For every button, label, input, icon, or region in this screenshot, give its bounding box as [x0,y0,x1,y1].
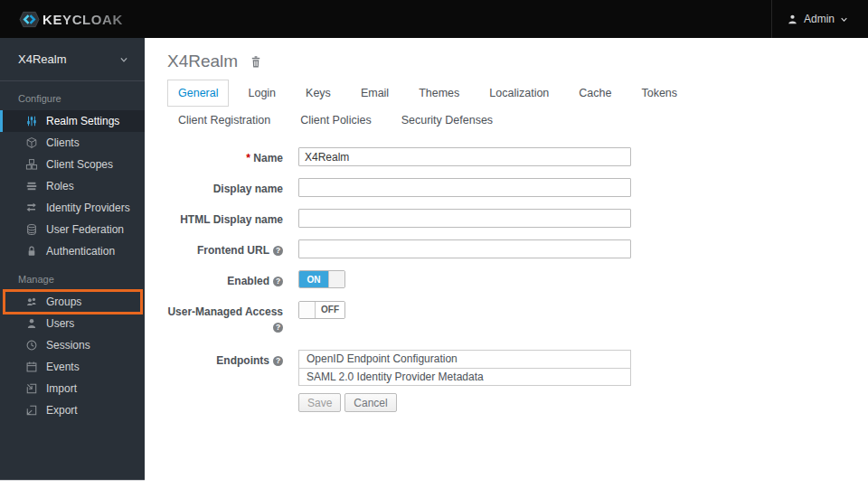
toggle-on-label: ON [299,271,328,287]
sidebar-item-authentication[interactable]: Authentication [0,240,145,262]
users-icon [24,296,38,309]
realm-selector[interactable]: X4Realm [0,38,145,81]
cubes-icon [24,158,38,172]
lock-icon [24,245,38,258]
general-settings-form: Name Display name HTML Display name Fron… [167,147,868,412]
sidebar-item-realm-settings[interactable]: Realm Settings [0,110,145,132]
tab-client-registration[interactable]: Client Registration [167,107,281,134]
sidebar-item-label: Roles [46,180,74,192]
tab-email[interactable]: Email [350,80,400,107]
import-icon [24,382,38,396]
sidebar-item-label: Groups [46,296,81,308]
keycloak-hexagon-icon [19,9,40,30]
tab-general[interactable]: General [167,80,229,107]
section-title-manage: Manage [0,262,145,291]
help-icon[interactable] [273,356,283,366]
tab-keys[interactable]: Keys [295,80,342,107]
export-icon [24,404,38,418]
sidebar-item-label: Identity Providers [46,202,130,214]
sidebar-item-label: Export [46,404,78,417]
realm-tabs: General Login Keys Email Themes Localiza… [167,80,771,134]
toggle-handle [328,271,344,287]
tab-themes[interactable]: Themes [408,80,470,107]
tab-cache[interactable]: Cache [568,80,622,107]
tab-tokens[interactable]: Tokens [630,80,688,107]
user-managed-access-label: User-Managed Access [167,301,283,335]
realm-selector-label: X4Realm [18,52,66,66]
sidebar-item-label: Events [46,361,80,373]
frontend-url-label: Frontend URL [167,239,283,258]
user-icon [24,317,38,331]
sidebar-item-users[interactable]: Users [0,313,145,334]
toggle-handle [299,302,316,318]
app-header: KEYCLOAK Admin [0,0,868,38]
enabled-toggle[interactable]: ON [298,270,345,288]
sidebar-item-label: Import [46,382,77,395]
openid-endpoint-link[interactable]: OpenID Endpoint Configuration [299,351,630,368]
sidebar-item-label: Sessions [46,339,90,352]
sidebar-item-sessions[interactable]: Sessions [0,334,145,356]
delete-realm-button[interactable] [250,55,262,69]
name-label: Name [167,147,283,166]
sidebar-item-label: Clients [46,136,80,149]
clock-icon [24,339,38,352]
endpoints-label: Endpoints [167,350,283,412]
endpoints-list: OpenID Endpoint Configuration SAML 2.0 I… [298,350,631,386]
database-icon [24,223,38,237]
chevron-down-icon [119,55,128,64]
sidebar-item-label: User Federation [46,223,124,236]
sidebar: X4Realm Configure Realm Settings Clients [0,38,145,481]
user-icon [787,14,798,25]
sidebar-item-export[interactable]: Export [0,399,145,421]
html-display-name-input[interactable] [298,209,631,228]
cancel-button[interactable]: Cancel [344,393,396,412]
enabled-label: Enabled [167,270,283,289]
toggle-off-label: OFF [316,302,344,318]
sidebar-item-label: Client Scopes [46,158,113,171]
tab-localization[interactable]: Localization [478,80,560,107]
display-name-label: Display name [167,178,283,197]
display-name-input[interactable] [298,178,631,197]
frontend-url-input[interactable] [298,239,631,258]
exchange-icon [24,202,38,215]
html-display-name-label: HTML Display name [167,209,283,228]
tab-client-policies[interactable]: Client Policies [289,107,382,134]
cube-icon [24,136,38,150]
sidebar-item-import[interactable]: Import [0,378,145,399]
sidebar-item-label: Authentication [46,245,115,258]
sidebar-item-user-federation[interactable]: User Federation [0,219,145,240]
sidebar-item-groups[interactable]: Groups [0,291,145,313]
keycloak-logo: KEYCLOAK [19,9,123,30]
name-input[interactable] [298,147,631,166]
sidebar-item-label: Users [46,317,74,330]
sliders-icon [24,115,38,128]
save-button[interactable]: Save [298,393,341,412]
help-icon[interactable] [273,246,283,256]
brand-name: KEYCLOAK [42,12,123,27]
chevron-down-icon [840,15,848,23]
sidebar-item-client-scopes[interactable]: Client Scopes [0,154,145,175]
sidebar-item-identity-providers[interactable]: Identity Providers [0,197,145,219]
tab-security-defenses[interactable]: Security Defenses [391,107,504,134]
user-managed-access-toggle[interactable]: OFF [298,301,345,319]
help-icon[interactable] [273,323,283,333]
sidebar-item-label: Realm Settings [46,115,119,127]
saml-metadata-link[interactable]: SAML 2.0 Identity Provider Metadata [299,368,630,385]
main-content: X4Realm General Login Keys Email Themes … [145,38,868,488]
user-menu-label: Admin [804,13,835,25]
sidebar-item-events[interactable]: Events [0,356,145,378]
sidebar-item-clients[interactable]: Clients [0,132,145,154]
section-title-configure: Configure [0,81,145,110]
layers-icon [24,180,38,193]
sidebar-item-roles[interactable]: Roles [0,175,145,197]
admin-user-menu[interactable]: Admin [771,0,868,38]
help-icon[interactable] [273,277,283,286]
page-title: X4Realm [167,52,238,71]
tab-login[interactable]: Login [237,80,287,107]
calendar-icon [24,361,38,374]
